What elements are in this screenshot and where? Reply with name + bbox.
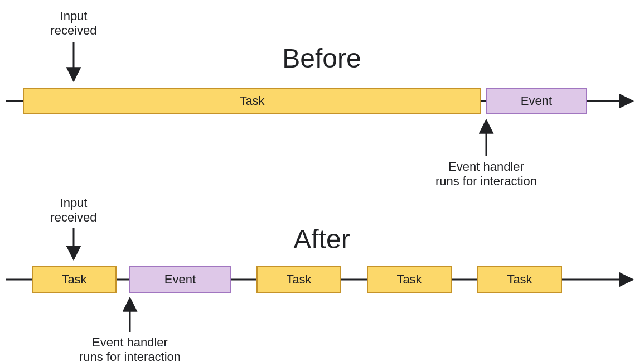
before-event-annotation-l2: runs for interaction — [435, 174, 537, 188]
before-input-annotation-l2: received — [50, 23, 96, 37]
before-input-annotation-l1: Input — [60, 9, 88, 23]
after-task-label-3: Task — [396, 272, 422, 286]
after-task-label-1: Task — [61, 272, 87, 286]
after-event-label: Event — [164, 272, 196, 286]
after-task-label-4: Task — [507, 272, 532, 286]
before-title: Before — [282, 44, 361, 73]
after-event-annotation-l1: Event handler — [92, 335, 168, 349]
after-task-label-2: Task — [286, 272, 312, 286]
after-input-annotation-l1: Input — [60, 196, 88, 210]
before-task-label: Task — [239, 94, 265, 108]
after-event-annotation-l2: runs for interaction — [79, 350, 181, 361]
before-event-annotation-l1: Event handler — [448, 160, 524, 174]
task-diagram: Before Input received Task Event Event h… — [0, 0, 644, 361]
before-event-label: Event — [521, 94, 552, 108]
after-input-annotation-l2: received — [50, 210, 96, 224]
after-title: After — [293, 224, 350, 254]
